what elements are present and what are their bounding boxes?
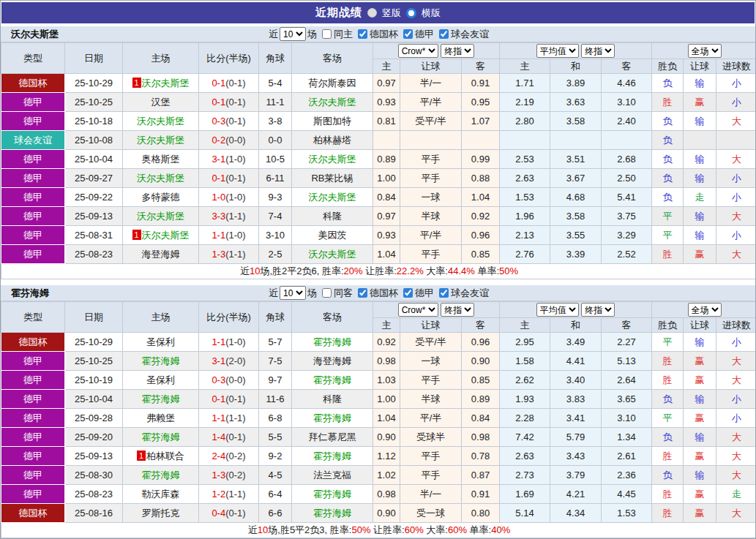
recent-label-prefix: 近 bbox=[269, 28, 278, 41]
odds-line-cell bbox=[400, 131, 462, 150]
home-team-cell: 1沃尔夫斯堡 bbox=[123, 226, 199, 245]
summary-segment: 让胜率: bbox=[370, 524, 404, 535]
result-wdl-cell: 胜 bbox=[652, 447, 684, 466]
avg-away-cell: 5.13 bbox=[602, 352, 652, 371]
col-result-wdl: 胜负 bbox=[652, 59, 684, 74]
odds-away-cell: 0.91 bbox=[462, 74, 500, 93]
match-row: 德甲25-10-04奥格斯堡3-1(1-0)10-5沃尔夫斯堡0.89平手0.9… bbox=[1, 150, 756, 169]
match-date-cell: 25-08-23 bbox=[65, 485, 123, 504]
result-goals-cell: 小 bbox=[716, 93, 756, 112]
avg-away-cell: 1.53 bbox=[602, 504, 652, 523]
horizontal-radio-label[interactable]: 横版 bbox=[422, 7, 441, 20]
odds-line-cell: 平手 bbox=[400, 371, 462, 390]
match-row: 德甲25-09-22多特蒙德1-0(1-0)9-3沃尔夫斯堡0.84一球1.04… bbox=[1, 188, 756, 207]
match-type-cell: 德甲 bbox=[1, 466, 65, 485]
col-avg-away: 客 bbox=[602, 59, 652, 74]
away-team-name: 美因茨 bbox=[318, 230, 347, 241]
odds-home-cell: 1.04 bbox=[373, 245, 400, 264]
avg-away-cell: 2.68 bbox=[602, 150, 652, 169]
corners-cell: 0-0 bbox=[259, 131, 292, 150]
avg-stage-select[interactable]: 终指 bbox=[581, 303, 615, 317]
horizontal-radio[interactable] bbox=[406, 8, 416, 18]
match-row: 球会友谊25-10-08沃尔夫斯堡0-2(0-0)0-0柏林赫塔负 bbox=[1, 131, 756, 150]
result-wdl-cell: 负 bbox=[652, 390, 684, 409]
result-goals-cell: 小 bbox=[716, 333, 756, 352]
halftime-score: (0-2) bbox=[225, 451, 245, 461]
odds-away-cell: 0.96 bbox=[462, 333, 500, 352]
scope-select[interactable]: 全场 bbox=[688, 303, 722, 317]
avg-type-select[interactable]: 平均值 bbox=[536, 303, 579, 317]
result-wdl-cell: 平 bbox=[652, 333, 684, 352]
col-avg-draw: 和 bbox=[550, 59, 602, 74]
score-cell: 3-1(1-0) bbox=[199, 150, 259, 169]
corners-cell: 11-1 bbox=[259, 93, 292, 112]
home-team-name: 霍芬海姆 bbox=[142, 393, 180, 404]
score-cell: 1-4(0-1) bbox=[199, 428, 259, 447]
competition-label-league: 德甲 bbox=[415, 28, 434, 41]
halftime-score: (2-0) bbox=[225, 355, 245, 366]
odds-home-cell: 1.03 bbox=[373, 371, 400, 390]
summary-segment: 44.4% bbox=[448, 265, 475, 276]
odds-away-cell: 0.85 bbox=[462, 245, 500, 264]
home-team-cell: 沃尔夫斯堡 bbox=[123, 207, 199, 226]
odds-stage-select[interactable]: 终指 bbox=[441, 303, 474, 317]
match-type-cell: 德甲 bbox=[1, 447, 65, 466]
competition-checkbox-cup[interactable] bbox=[358, 29, 367, 39]
match-count-select[interactable]: 10 bbox=[280, 27, 306, 41]
home-team-cell: 霍芬海姆 bbox=[123, 352, 199, 371]
score-cell: 0-1(0-1) bbox=[199, 74, 259, 93]
avg-draw-cell: 3.58 bbox=[550, 112, 602, 131]
competition-checkbox-cup[interactable] bbox=[358, 288, 367, 298]
col-result-handicap: 让球 bbox=[684, 59, 716, 74]
match-date-cell: 25-09-27 bbox=[65, 169, 123, 188]
competition-checkbox-league[interactable] bbox=[403, 288, 413, 298]
col-odds-home: 主 bbox=[373, 318, 400, 333]
same-venue-checkbox[interactable] bbox=[322, 288, 332, 298]
avg-stage-select[interactable]: 终指 bbox=[581, 44, 615, 58]
competition-checkbox-friendly[interactable] bbox=[439, 29, 449, 39]
fulltime-score: 1-0 bbox=[212, 192, 225, 203]
vertical-radio[interactable] bbox=[367, 8, 377, 18]
halftime-score: (0-1) bbox=[225, 393, 245, 404]
avg-home-cell: 2.13 bbox=[500, 226, 550, 245]
away-team-name: 科隆 bbox=[323, 211, 342, 222]
avg-home-cell: 2.63 bbox=[500, 169, 550, 188]
odds-company-select[interactable]: Crow* bbox=[398, 44, 438, 58]
avg-away-cell: 2.64 bbox=[602, 371, 652, 390]
odds-company-select[interactable]: Crow* bbox=[398, 303, 438, 317]
result-wdl-cell: 平 bbox=[652, 226, 684, 245]
same-venue-checkbox[interactable] bbox=[322, 29, 332, 39]
result-goals-cell: 大 bbox=[716, 150, 756, 169]
col-avg-home: 主 bbox=[500, 318, 550, 333]
corners-cell: 9-3 bbox=[259, 188, 292, 207]
result-wdl-cell: 负 bbox=[652, 74, 684, 93]
scope-select[interactable]: 全场 bbox=[688, 44, 722, 58]
vertical-radio-label[interactable]: 竖版 bbox=[382, 7, 401, 20]
fulltime-score: 0-2 bbox=[212, 135, 225, 146]
avg-home-cell: 2.80 bbox=[500, 112, 550, 131]
match-date-cell: 25-10-04 bbox=[65, 150, 123, 169]
avg-type-select[interactable]: 平均值 bbox=[536, 44, 579, 58]
avg-select-group: 平均值 终指 bbox=[500, 302, 652, 318]
odds-line-cell: 受平/半 bbox=[400, 333, 462, 352]
odds-line-cell: 一球 bbox=[400, 352, 462, 371]
title-bar: 近期战绩 竖版 横版 bbox=[1, 2, 755, 23]
away-team-name: 沃尔夫斯堡 bbox=[309, 97, 356, 108]
odds-line-cell: 平/半 bbox=[400, 409, 462, 428]
away-team-cell: 斯图加特 bbox=[292, 112, 373, 131]
match-count-select[interactable]: 10 bbox=[280, 286, 306, 300]
fulltime-score: 0-1 bbox=[212, 97, 225, 108]
halftime-score: (1-1) bbox=[225, 211, 245, 222]
home-team-name: 罗斯托克 bbox=[142, 508, 180, 519]
score-cell: 1-1(1-0) bbox=[199, 333, 259, 352]
competition-checkbox-friendly[interactable] bbox=[439, 288, 449, 298]
score-cell: 1-1(1-0) bbox=[199, 226, 259, 245]
col-odds-line: 让球 bbox=[400, 318, 462, 333]
result-handicap-cell: 输 bbox=[684, 150, 716, 169]
odds-away-cell: 0.92 bbox=[462, 207, 500, 226]
away-team-cell: 沃尔夫斯堡 bbox=[292, 245, 373, 264]
result-handicap-cell: 输 bbox=[684, 466, 716, 485]
competition-checkbox-league[interactable] bbox=[403, 29, 413, 39]
odds-away-cell: 0.78 bbox=[462, 447, 500, 466]
odds-stage-select[interactable]: 终指 bbox=[441, 44, 474, 58]
